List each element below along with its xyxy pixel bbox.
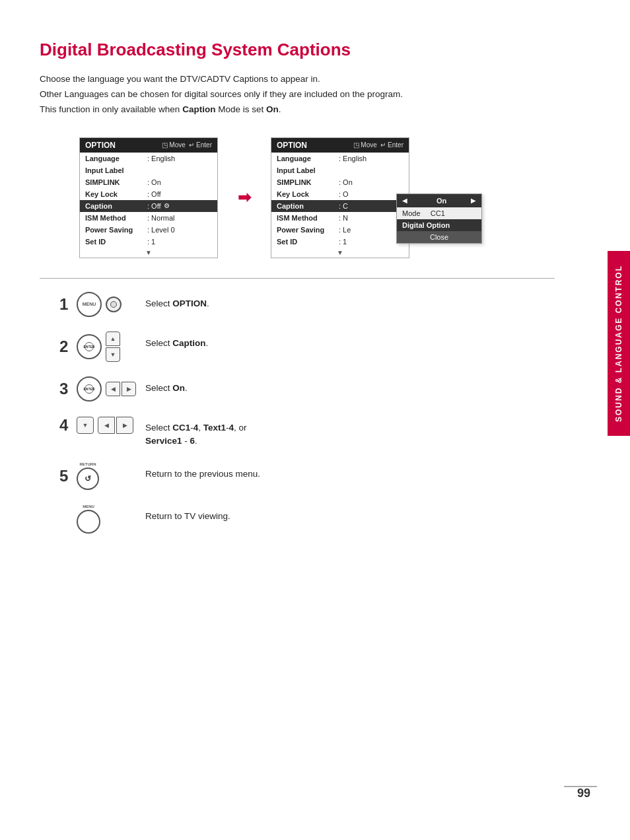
nav-leftright-4: ◀ ▶ bbox=[98, 417, 133, 434]
side-tab-label: SOUND & LANGUAGE CONTROL bbox=[608, 251, 630, 436]
nav-up-2[interactable]: ▲ bbox=[106, 332, 120, 346]
menu-right-row-keylock: Key Lock: O bbox=[271, 188, 409, 200]
nav-down-4-wrap: ▼ bbox=[77, 417, 94, 434]
menu-right-header-right: ◳ Move ↵ Enter bbox=[353, 141, 403, 149]
arrow-right: ➡ bbox=[238, 188, 251, 207]
menu-right-row-caption: Caption: C bbox=[271, 200, 409, 212]
submenu-digital-label: Digital Option bbox=[402, 221, 450, 229]
nav-down-4[interactable]: ▼ bbox=[77, 417, 94, 434]
menu-button-group-6: MENU bbox=[77, 505, 100, 534]
submenu-close-button[interactable]: Close bbox=[397, 231, 481, 243]
step-1-text: Select OPTION. bbox=[145, 292, 209, 310]
step-4: 4 ▼ ◀ ▶ Select CC1-4, Text1-4, or Servic… bbox=[59, 416, 535, 448]
step-4-number: 4 bbox=[59, 416, 73, 435]
menu-button-1[interactable]: MENU bbox=[77, 292, 102, 317]
step-5: 5 RETURN ↺ Return to the previous menu. bbox=[59, 462, 535, 490]
nav-right-4[interactable]: ▶ bbox=[116, 417, 133, 434]
joystick-1 bbox=[106, 297, 122, 312]
steps-section: 1 MENU Select OPTION. bbox=[40, 292, 555, 534]
menu-right-row-ism: ISM Method: N bbox=[271, 212, 409, 224]
menu-left-row-power: Power Saving: Level 0 bbox=[80, 224, 217, 236]
menu-right-row-simplink: SIMPLINK: On bbox=[271, 176, 409, 188]
submenu-row-cc1: Mode CC1 bbox=[397, 207, 481, 219]
step-4-text: Select CC1-4, Text1-4, or Service1 - 6. bbox=[145, 416, 247, 448]
menu-left: OPTION ◳ Move ↵ Enter Language: English … bbox=[79, 137, 218, 258]
menu-left-header-right: ◳ Move ↵ Enter bbox=[162, 141, 212, 149]
step-6-text: Return to TV viewing. bbox=[145, 505, 230, 523]
step-3-number: 3 bbox=[59, 380, 73, 398]
menu-right-bottom-arrow: ▼ bbox=[271, 248, 409, 258]
section-divider bbox=[40, 278, 555, 279]
menu-left-row-simplink: SIMPLINK: On bbox=[80, 176, 217, 188]
menu-left-row-caption: Caption: Off ⚙ bbox=[80, 200, 217, 212]
page-number: 99 bbox=[577, 787, 590, 800]
enter-button-2[interactable]: ENTER bbox=[77, 334, 102, 359]
step-5-text: Return to the previous menu. bbox=[145, 462, 260, 481]
step-4-icons: 4 ▼ ◀ ▶ bbox=[59, 416, 145, 435]
return-label-text: RETURN bbox=[80, 462, 96, 466]
step-3-text: Select On. bbox=[145, 376, 188, 395]
nav-right-3[interactable]: ▶ bbox=[122, 382, 136, 396]
enter-inner-2: ENTER bbox=[85, 342, 94, 351]
menu-left-row-setid: Set ID: 1 bbox=[80, 236, 217, 248]
page-title: Digital Broadcasting System Captions bbox=[40, 40, 555, 60]
nav-left-3[interactable]: ◀ bbox=[106, 382, 120, 396]
return-icon: ↺ bbox=[85, 474, 91, 483]
submenu-cc1-value: CC1 bbox=[431, 209, 445, 217]
step-6-icons: MENU bbox=[59, 505, 145, 534]
step-3: 3 ENTER ◀ ▶ Select On. bbox=[59, 376, 535, 402]
menu-right-row-inputlabel: Input Label bbox=[271, 164, 409, 176]
enter-button-3[interactable]: ENTER bbox=[77, 376, 102, 402]
menu-right-row-language: Language: English bbox=[271, 153, 409, 164]
menu-button-6[interactable] bbox=[77, 510, 100, 534]
menu-right: OPTION ◳ Move ↵ Enter Language: English … bbox=[271, 137, 409, 258]
return-button-group: RETURN ↺ bbox=[77, 462, 99, 490]
submenu-on-label: ◀ bbox=[402, 197, 437, 204]
submenu-on-text: On bbox=[437, 197, 471, 205]
menu-left-row-inputlabel: Input Label bbox=[80, 164, 217, 176]
nav-left-4[interactable]: ◀ bbox=[98, 417, 115, 434]
step-2: 2 ENTER ▲ ▼ Select Caption. bbox=[59, 332, 535, 362]
menu-right-row-setid: Set ID: 1 bbox=[271, 236, 409, 248]
menu-left-title: OPTION bbox=[85, 141, 116, 150]
menu-label-6-text: MENU bbox=[83, 505, 94, 508]
menu-left-row-language: Language: English bbox=[80, 153, 217, 164]
submenu-overlay: ◀ On ▶ Mode CC1 Digital Option Close bbox=[396, 193, 482, 244]
menus-row: OPTION ◳ Move ↵ Enter Language: English … bbox=[79, 137, 555, 258]
submenu-row-on: ◀ On ▶ bbox=[397, 194, 481, 207]
step-2-number: 2 bbox=[59, 337, 73, 356]
joystick-ball-1 bbox=[106, 297, 122, 312]
menu-label-1: MENU bbox=[83, 302, 96, 306]
nav-down-2[interactable]: ▼ bbox=[106, 347, 120, 362]
step-1-icons: 1 MENU bbox=[59, 292, 145, 317]
step-2-icons: 2 ENTER ▲ ▼ bbox=[59, 332, 145, 362]
nav-leftright-3: ◀ ▶ bbox=[106, 382, 136, 396]
step-3-icons: 3 ENTER ◀ ▶ bbox=[59, 376, 145, 402]
step-1: 1 MENU Select OPTION. bbox=[59, 292, 535, 317]
menu-left-row-ism: ISM Method: Normal bbox=[80, 212, 217, 224]
step-5-icons: 5 RETURN ↺ bbox=[59, 462, 145, 490]
submenu-mode-label: Mode bbox=[402, 209, 429, 217]
menu-left-row-keylock: Key Lock: Off bbox=[80, 188, 217, 200]
menu-right-title: OPTION bbox=[277, 141, 307, 150]
nav-updown-2: ▲ ▼ bbox=[106, 332, 120, 362]
step-1-number: 1 bbox=[59, 295, 73, 314]
submenu-row-digital: Digital Option bbox=[397, 219, 481, 231]
enter-inner-3: ENTER bbox=[85, 384, 94, 394]
intro-text: Choose the language you want the DTV/CAD… bbox=[40, 72, 555, 118]
step-6: MENU Return to TV viewing. bbox=[59, 505, 535, 534]
return-button-5[interactable]: ↺ bbox=[77, 468, 99, 490]
step-5-number: 5 bbox=[59, 467, 73, 485]
menu-left-bottom-arrow: ▼ bbox=[80, 248, 217, 258]
menu-right-row-power: Power Saving: Le bbox=[271, 224, 409, 236]
step-2-text: Select Caption. bbox=[145, 332, 208, 350]
